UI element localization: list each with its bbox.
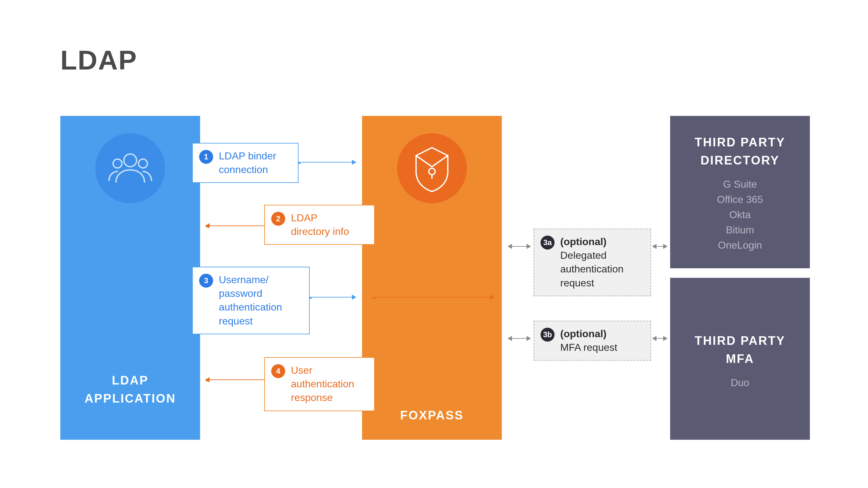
badge-3a: 3a <box>540 236 555 250</box>
step-3b-text: (optional) MFA request <box>560 327 617 354</box>
badge-1: 1 <box>199 150 213 164</box>
arrow-foxpass-internal <box>373 297 494 297</box>
column-third-party-directory: THIRD PARTY DIRECTORY G Suite Office 365… <box>670 116 810 268</box>
text: directory info <box>291 226 349 237</box>
arrow-3b-left <box>508 338 530 339</box>
text: APPLICATION <box>85 392 176 405</box>
text: response <box>291 392 333 403</box>
badge-2: 2 <box>271 212 285 226</box>
text: authentication <box>560 263 623 274</box>
column-third-party-mfa: THIRD PARTY MFA Duo <box>670 278 810 440</box>
step-1-box: 1 LDAP binder connection <box>192 143 299 183</box>
text: THIRD PARTY <box>694 136 785 149</box>
text: THIRD PARTY <box>694 334 785 347</box>
shield-icon <box>397 133 467 203</box>
text: password <box>219 288 262 299</box>
step-2-text: LDAP directory info <box>291 211 349 238</box>
text: OneLogin <box>718 239 762 251</box>
arrow-step-3 <box>310 297 356 297</box>
text: MFA request <box>560 341 617 353</box>
svg-point-1 <box>113 159 122 168</box>
arrow-3a-right <box>653 246 667 247</box>
text: Username/ <box>219 274 269 286</box>
column-ldap-application: LDAP APPLICATION <box>60 116 200 440</box>
column-directory-title: THIRD PARTY DIRECTORY <box>694 133 785 169</box>
column-ldap-title: LDAP APPLICATION <box>85 371 176 408</box>
text: request <box>219 315 253 327</box>
text: LDAP binder <box>219 150 276 162</box>
text: connection <box>219 164 268 175</box>
page-title: LDAP <box>60 44 137 76</box>
step-1-text: LDAP binder connection <box>219 149 276 176</box>
step-4-text: User authentication response <box>291 363 354 405</box>
step-2-box: 2 LDAP directory info <box>264 205 375 245</box>
step-4-box: 4 User authentication response <box>264 357 375 411</box>
step-3a-box: 3a (optional) Delegated authentication r… <box>533 229 651 296</box>
column-mfa-title: THIRD PARTY MFA <box>694 332 785 368</box>
text: request <box>560 277 594 289</box>
text: authentication <box>219 301 282 313</box>
arrow-step-2 <box>206 225 265 226</box>
text: LDAP <box>291 212 318 224</box>
svg-point-2 <box>138 159 147 168</box>
badge-3b: 3b <box>540 328 555 341</box>
text: User <box>291 364 312 376</box>
text: (optional) <box>560 328 607 339</box>
text: (optional) <box>560 236 607 247</box>
text: DIRECTORY <box>701 154 780 167</box>
text: Office 365 <box>717 194 763 205</box>
text: MFA <box>726 352 754 365</box>
directory-list: G Suite Office 365 Okta Bitium OneLogin <box>717 176 763 253</box>
mfa-list: Duo <box>731 375 749 390</box>
step-3-box: 3 Username/ password authentication requ… <box>192 267 310 334</box>
svg-point-3 <box>429 168 435 175</box>
text: Bitium <box>726 224 754 236</box>
step-3-text: Username/ password authentication reques… <box>219 273 282 328</box>
text: LDAP <box>112 374 148 387</box>
arrow-step-4 <box>206 380 265 380</box>
text: Delegated <box>560 250 607 261</box>
arrow-3b-right <box>653 338 667 339</box>
users-icon <box>95 133 165 203</box>
column-foxpass-title: FOXPASS <box>400 406 464 424</box>
badge-3: 3 <box>199 274 213 288</box>
step-3a-text: (optional) Delegated authentication requ… <box>560 235 623 290</box>
text: G Suite <box>723 178 757 190</box>
step-3b-box: 3b (optional) MFA request <box>533 321 651 361</box>
arrow-step-1 <box>299 162 356 163</box>
text: authentication <box>291 378 354 390</box>
svg-point-0 <box>124 154 136 167</box>
text: Okta <box>729 209 751 220</box>
badge-4: 4 <box>271 364 285 378</box>
arrow-3a-left <box>508 246 530 247</box>
text: Duo <box>731 377 749 388</box>
column-foxpass: FOXPASS <box>362 116 502 440</box>
